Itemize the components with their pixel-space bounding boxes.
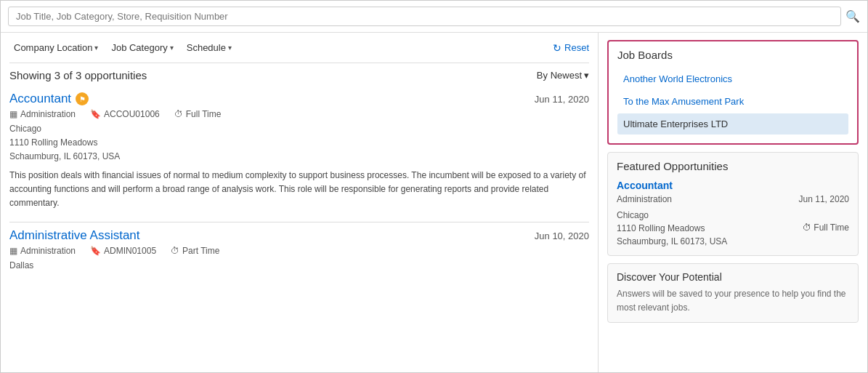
job-description-accountant: This position deals with financial issue… [9,169,589,211]
featured-location-line3: Schaumburg, IL 60173, USA [617,236,727,246]
discover-box: Discover Your Potential Answers will be … [607,263,859,323]
job-department-accountant: ▦ Administration [9,109,76,119]
clock-icon-admin: ⏱ [171,246,179,256]
department-icon: ▦ [9,109,17,119]
clock-icon-featured: ⏱ [803,222,811,233]
sort-label: By Newest [537,70,582,81]
search-icon: 🔍 [845,10,860,23]
company-location-filter[interactable]: Company Location ▾ [9,40,102,55]
job-title-row-accountant: Accountant ⚑ Jun 11, 2020 [9,92,589,106]
location-line3-accountant: Schaumburg, IL 60173, USA [9,151,120,161]
job-location-admin: Dallas [9,259,589,273]
job-location-accountant: Chicago 1110 Rolling Meadows Schaumburg,… [9,122,589,164]
board-item-ultimate[interactable]: Ultimate Enterprises LTD [617,113,848,135]
search-button[interactable]: 🔍 [845,9,860,23]
featured-schedule: Full Time [814,222,849,233]
featured-location-line1: Chicago [617,210,649,220]
job-meta-accountant: ▦ Administration 🔖 ACCOU01006 ⏱ Full Tim… [9,109,589,119]
job-boards-title: Job Boards [617,49,848,61]
department-label-admin: Administration [20,246,76,256]
search-input[interactable] [8,7,841,26]
results-count: Showing 3 of 3 opportunities [9,69,147,81]
job-category-filter[interactable]: Job Category ▾ [107,40,177,55]
featured-location: Chicago 1110 Rolling Meadows Schaumburg,… [617,209,727,248]
req-number-accountant: ACCOU01006 [104,109,160,119]
reset-icon: ↻ [553,42,561,54]
job-title-row-admin: Administrative Assistant Jun 10, 2020 [9,228,589,243]
featured-location-line2: 1110 Rolling Meadows [617,223,705,233]
schedule-admin: Part Time [182,246,219,256]
job-date-accountant: Jun 11, 2020 [535,94,589,105]
job-schedule-accountant: ⏱ Full Time [174,109,222,119]
featured-department: Administration [617,194,672,204]
bookmark-icon-admin: 🔖 [90,246,101,256]
job-boards-box: Job Boards Another World Electronics To … [607,40,859,145]
results-header: Showing 3 of 3 opportunities By Newest ▾ [9,69,589,81]
featured-meta-row: Administration Jun 11, 2020 [617,194,849,204]
location-line2-accountant: 1110 Rolling Meadows [9,137,97,148]
job-date-admin: Jun 10, 2020 [535,230,589,241]
board-item-to-the-max[interactable]: To the Max Amusement Park [617,91,848,112]
flag-icon: ⚑ [79,95,86,103]
featured-job-title-label: Accountant [617,180,673,191]
job-req-accountant: 🔖 ACCOU01006 [90,109,160,119]
bookmark-icon: 🔖 [90,109,101,119]
job-schedule-admin: ⏱ Part Time [171,246,219,256]
reset-button[interactable]: ↻ Reset [553,42,589,54]
featured-box: Featured Opportunities Accountant Admini… [607,152,859,256]
req-number-admin: ADMIN01005 [104,246,156,256]
job-req-admin: 🔖 ADMIN01005 [90,246,156,256]
left-panel: Company Location ▾ Job Category ▾ Schedu… [1,33,599,372]
schedule-chevron-icon: ▾ [228,44,232,52]
board-label-ultimate: Ultimate Enterprises LTD [623,119,728,129]
job-title-accountant: Accountant [9,92,71,106]
filters-row: Company Location ▾ Job Category ▾ Schedu… [9,40,589,55]
featured-date: Jun 11, 2020 [799,194,849,204]
job-title-link-admin[interactable]: Administrative Assistant [9,228,140,243]
featured-date-row: Jun 11, 2020 [799,194,849,204]
sort-button[interactable]: By Newest ▾ [537,70,589,81]
featured-job-title-link[interactable]: Accountant [617,180,849,191]
discover-title: Discover Your Potential [617,271,849,283]
schedule-accountant: Full Time [186,109,222,119]
job-department-admin: ▦ Administration [9,246,76,256]
job-title-link-accountant[interactable]: Accountant ⚑ [9,92,89,106]
company-location-label: Company Location [14,42,92,53]
job-badge-accountant: ⚑ [76,92,89,105]
search-bar: 🔍 [1,1,867,33]
discover-text: Answers will be saved to your presence t… [617,287,849,315]
schedule-filter[interactable]: Schedule ▾ [182,40,236,55]
schedule-label: Schedule [187,42,226,53]
location-line1-accountant: Chicago [9,124,41,134]
featured-title: Featured Opportunities [617,160,849,172]
right-panel: Job Boards Another World Electronics To … [599,33,867,372]
content-area: Company Location ▾ Job Category ▾ Schedu… [1,33,867,372]
board-item-another-world[interactable]: Another World Electronics [617,68,848,89]
clock-icon: ⏱ [174,109,183,119]
job-meta-admin: ▦ Administration 🔖 ADMIN01005 ⏱ Part Tim… [9,246,589,256]
job-item-admin-assistant: Administrative Assistant Jun 10, 2020 ▦ … [9,228,589,273]
company-location-chevron-icon: ▾ [94,44,98,52]
job-divider [9,222,589,222]
department-label-accountant: Administration [20,109,76,119]
board-label-another-world: Another World Electronics [623,73,732,84]
job-item-accountant: Accountant ⚑ Jun 11, 2020 ▦ Administrati… [9,92,589,210]
job-category-label: Job Category [111,42,167,53]
featured-schedule-row: ⏱ Full Time [803,206,849,248]
job-title-admin: Administrative Assistant [9,228,140,243]
job-category-chevron-icon: ▾ [170,44,174,52]
board-label-to-the-max: To the Max Amusement Park [623,96,744,107]
reset-label: Reset [564,42,589,53]
filter-divider [9,63,589,63]
sort-chevron-icon: ▾ [584,70,589,81]
location-line1-admin: Dallas [9,260,33,270]
department-icon-admin: ▦ [9,246,17,256]
